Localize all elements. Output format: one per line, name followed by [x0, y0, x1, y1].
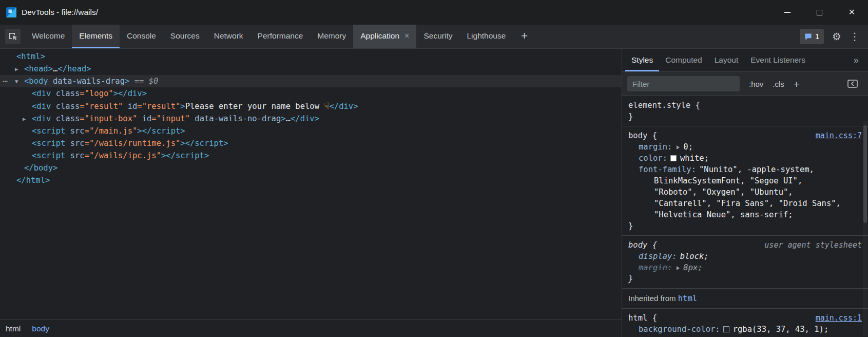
sidebar-tab-styles[interactable]: Styles — [625, 49, 659, 71]
css-declaration[interactable]: color:white; — [628, 153, 862, 164]
dom-tree-row[interactable]: <script src="/wails/runtime.js"></script… — [0, 137, 622, 149]
tab-application[interactable]: Application× — [353, 25, 416, 48]
styles-scrollbar[interactable] — [863, 121, 867, 336]
overflow-tabs-icon[interactable]: » — [854, 55, 865, 66]
dom-tree-row[interactable]: </html> — [0, 174, 622, 186]
dom-tree-row[interactable]: <div class="result" id="result">Please e… — [0, 100, 622, 113]
css-property-name[interactable]: margin: — [639, 142, 672, 152]
close-button[interactable]: ✕ — [836, 0, 868, 25]
dom-tree-row[interactable]: </body> — [0, 162, 622, 174]
css-selector[interactable]: element.style — [628, 100, 690, 111]
dom-tree-row[interactable]: ⋯▼<body data-wails-drag> == $0 — [0, 75, 622, 87]
minimize-button[interactable] — [771, 0, 803, 25]
dom-tree-row[interactable]: <script src="/wails/ipc.js"></script> — [0, 149, 622, 162]
class-toggle-button[interactable]: .cls — [773, 80, 784, 88]
dom-tree-row[interactable]: <div class="logo"></div> — [0, 87, 622, 100]
css-declaration[interactable]: margin:8px; — [628, 262, 862, 273]
tab-elements[interactable]: Elements — [72, 25, 120, 48]
expand-shorthand-icon[interactable] — [677, 266, 680, 270]
css-property-name[interactable]: margin: — [639, 263, 672, 272]
token-attr: id — [123, 102, 137, 111]
css-property-value[interactable]: "Nunito", -apple-system, — [699, 165, 814, 174]
inspect-element-button[interactable] — [5, 29, 21, 44]
scrollbar-thumb[interactable] — [863, 125, 867, 223]
css-declaration[interactable]: display:block; — [628, 251, 862, 262]
settings-button[interactable]: ⚙ — [832, 31, 841, 42]
dom-tree-row[interactable]: ▶<div class="input-box" id="input" data-… — [0, 113, 622, 125]
close-tab-icon[interactable]: × — [404, 32, 409, 40]
inherited-selector-link[interactable]: html — [678, 294, 697, 303]
dom-tree-row[interactable]: <html> — [0, 50, 622, 63]
token-emoji: ☟ — [324, 101, 329, 111]
tab-sources[interactable]: Sources — [163, 25, 207, 48]
kebab-menu-icon: ⋮ — [850, 31, 860, 42]
css-property-name[interactable]: display: — [639, 252, 677, 261]
token-tag: </body> — [24, 163, 57, 173]
dom-tree-row[interactable]: <script src="/main.js"></script> — [0, 125, 622, 137]
css-declaration[interactable]: font-family:"Nunito", -apple-system, — [628, 164, 862, 175]
dom-tree-row[interactable]: ▶<head>…</head> — [0, 63, 622, 75]
expand-shorthand-icon[interactable] — [677, 145, 680, 149]
tab-console[interactable]: Console — [120, 25, 163, 48]
css-property-name[interactable]: background-color: — [639, 325, 720, 334]
titlebar[interactable]: DevTools - file://wails/ ✕ — [0, 0, 868, 25]
css-property-value[interactable]: 8px; — [683, 263, 702, 272]
add-panel-button[interactable]: + — [513, 25, 536, 48]
color-swatch[interactable] — [670, 155, 677, 161]
toggle-sidebar-button[interactable] — [847, 80, 858, 88]
gear-icon: ⚙ — [832, 31, 841, 42]
css-value-wrap: "Cantarell", "Fira Sans", "Droid Sans", — [628, 198, 862, 209]
breadcrumb-item-body[interactable]: body — [26, 320, 55, 337]
rule-selector-line: html {main.css:1 — [628, 312, 862, 324]
token-val: ="/wails/ipc.js" — [85, 151, 161, 160]
token-attr: id — [137, 114, 151, 123]
css-property-value[interactable]: block; — [680, 252, 709, 261]
node-options-icon[interactable]: ⋯ — [3, 75, 8, 87]
token-val: ="input" — [151, 114, 190, 123]
stylesheet-link[interactable]: main.css:7 — [816, 130, 862, 141]
css-selector[interactable]: html — [628, 312, 647, 324]
css-property-value[interactable]: white; — [680, 154, 709, 163]
css-value-wrap: BlinkMacSystemFont, "Segoe UI", — [628, 175, 862, 186]
css-declaration[interactable]: background-color:rgba(33, 37, 43, 1); — [628, 324, 862, 335]
inspect-cursor-icon — [8, 31, 18, 42]
tab-performance[interactable]: Performance — [250, 25, 311, 48]
token-tag: <div — [32, 89, 51, 98]
breadcrumb-item-html[interactable]: html — [0, 320, 26, 337]
tab-network[interactable]: Network — [207, 25, 250, 48]
issues-count: 1 — [815, 32, 819, 41]
css-declaration[interactable]: margin:0; — [628, 141, 862, 153]
sidebar-tab-layout[interactable]: Layout — [708, 49, 745, 71]
expand-arrow-icon[interactable]: ▶ — [15, 63, 24, 75]
color-swatch[interactable] — [723, 326, 729, 332]
css-property-value[interactable]: rgba(33, 37, 43, 1); — [733, 325, 829, 334]
tab-memory[interactable]: Memory — [310, 25, 353, 48]
css-property-name[interactable]: font-family: — [639, 165, 696, 174]
css-property-value[interactable]: 0; — [683, 142, 693, 152]
styles-filter-input[interactable] — [627, 76, 740, 91]
tab-welcome[interactable]: Welcome — [25, 25, 72, 48]
css-property-name[interactable]: color: — [639, 154, 667, 163]
token-tag: <script — [32, 151, 65, 160]
rule-selector-line: body {user agent stylesheet — [628, 239, 862, 251]
css-selector[interactable]: body — [628, 130, 647, 141]
token-val: ="result" — [80, 102, 123, 111]
toolbar-right-cluster: 1 ⚙ ⋮ — [800, 25, 868, 48]
tab-label: Network — [214, 31, 243, 41]
collapse-arrow-icon[interactable]: ▼ — [15, 75, 24, 87]
sidebar-tab-event-listeners[interactable]: Event Listeners — [744, 49, 812, 71]
token-tag: <div — [32, 102, 51, 111]
css-selector[interactable]: body — [628, 239, 647, 251]
new-style-rule-button[interactable]: + — [794, 79, 800, 89]
stylesheet-link[interactable]: main.css:1 — [816, 312, 862, 324]
pseudo-state-button[interactable]: :hov — [749, 80, 763, 88]
maximize-button[interactable] — [803, 0, 836, 25]
tab-security[interactable]: Security — [416, 25, 459, 48]
sidebar-tab-computed[interactable]: Computed — [659, 49, 708, 71]
issues-counter[interactable]: 1 — [800, 29, 824, 44]
menu-button[interactable]: ⋮ — [850, 31, 860, 42]
inherited-label: Inherited from — [628, 294, 678, 303]
tab-lighthouse[interactable]: Lighthouse — [459, 25, 513, 48]
token-tag: ></script> — [137, 126, 185, 136]
expand-arrow-icon[interactable]: ▶ — [23, 113, 32, 125]
